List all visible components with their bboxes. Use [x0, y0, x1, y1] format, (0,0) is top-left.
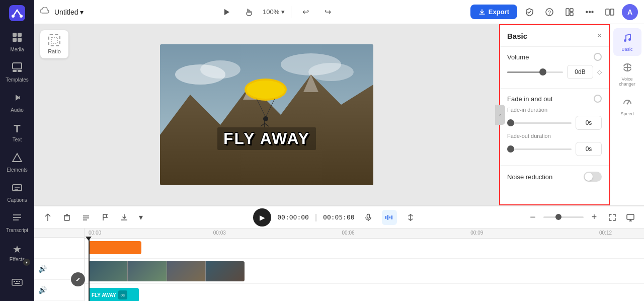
sidebar-item-effects[interactable]: ★ Effects ▾ [3, 239, 31, 267]
svg-rect-28 [610, 9, 614, 15]
project-name[interactable]: Untitled ▾ [54, 8, 84, 16]
canvas-panel: Ratio ‹ [34, 24, 499, 205]
fullscreen-button[interactable] [605, 210, 620, 225]
delete-button[interactable] [59, 210, 74, 225]
mic-button[interactable] [361, 210, 376, 225]
playhead-head [86, 237, 92, 241]
svg-rect-19 [16, 281, 18, 282]
layout-button[interactable] [561, 4, 578, 20]
split-view-button[interactable] [602, 4, 618, 20]
clip-text[interactable]: FLY AWAY 0s [89, 288, 139, 301]
clip-orange[interactable] [89, 241, 141, 254]
video-overlay-svg [160, 44, 373, 185]
panel-close-button[interactable]: × [597, 31, 602, 40]
ratio-button[interactable]: Ratio [40, 30, 68, 58]
audio-volume-icon-2[interactable]: 🔊 [38, 286, 47, 294]
tool-basic[interactable]: Basic [613, 28, 641, 56]
keyframe-diamond-icon[interactable]: ◇ [597, 68, 602, 76]
playhead[interactable] [89, 239, 90, 301]
tool-speed[interactable]: Speed [613, 93, 641, 120]
present-button[interactable] [623, 210, 638, 225]
download-button[interactable] [117, 210, 132, 225]
sidebar-item-transcript[interactable]: Transcript [3, 209, 31, 237]
noise-toggle-switch[interactable] [584, 172, 602, 182]
ratio-icon [48, 34, 60, 46]
volume-toggle[interactable] [594, 53, 602, 61]
svg-rect-9 [18, 70, 22, 72]
svg-rect-68 [391, 215, 392, 219]
zoom-thumb[interactable] [555, 214, 561, 220]
text-icon: T [14, 122, 20, 135]
fade-out-slider-row: 0s [507, 142, 602, 156]
fade-toggle[interactable] [594, 95, 602, 103]
help-button[interactable]: ? [541, 4, 557, 20]
svg-rect-4 [18, 33, 22, 37]
ruler-mark-1: 00:03 [213, 230, 226, 236]
music-note-icon [622, 32, 633, 46]
templates-icon [12, 62, 23, 76]
sidebar-item-captions[interactable]: Captions [3, 179, 31, 207]
ratio-label: Ratio [48, 48, 61, 54]
transcript-icon [12, 212, 23, 226]
zoom-chevron-icon: ▾ [281, 8, 285, 16]
sidebar-item-templates[interactable]: Templates [3, 58, 31, 87]
zoom-control[interactable]: 100% ▾ [263, 8, 285, 16]
undo-button[interactable]: ↩ [297, 4, 313, 20]
sidebar-item-audio[interactable]: Audio [3, 88, 31, 116]
svg-rect-70 [627, 214, 634, 219]
track-row-text: FLY AWAY 0s [85, 284, 644, 301]
tool-voice-label: Voicechanger [619, 77, 635, 87]
fade-out-slider-track[interactable] [507, 148, 572, 150]
svg-rect-25 [570, 9, 573, 12]
svg-rect-18 [14, 281, 15, 282]
play-button[interactable]: ▶ [253, 208, 271, 227]
sidebar-item-label: Transcript [6, 228, 28, 233]
more-options-button[interactable]: ••• [582, 4, 598, 20]
volume-value-box: 0dB [567, 65, 593, 79]
time-ruler: 00:00 00:03 00:06 00:09 00:12 [85, 229, 644, 239]
media-icon [12, 32, 23, 45]
hand-tool-button[interactable] [240, 4, 257, 20]
edit-overlay[interactable] [71, 272, 85, 286]
track-control-row-1 [34, 238, 84, 259]
collapse-handle[interactable]: ‹ [495, 105, 505, 125]
clip-video[interactable] [89, 261, 245, 281]
fade-in-slider-track[interactable] [507, 122, 572, 124]
topbar-left: Untitled ▾ [40, 7, 84, 17]
audio-volume-icon[interactable]: 🔊 [38, 265, 47, 273]
left-sidebar: Media Templates Audio T Text [0, 0, 34, 301]
chevron-down-icon: ▾ [80, 8, 84, 16]
sound-wave-button[interactable] [382, 210, 397, 225]
list-button[interactable] [78, 210, 94, 225]
zoom-in-button[interactable]: + [587, 210, 602, 225]
dropdown-button[interactable]: ▾ [136, 210, 146, 225]
speed-icon [622, 97, 633, 110]
zoom-out-button[interactable]: − [525, 210, 540, 225]
svg-point-1 [12, 15, 15, 18]
volume-slider-row: 0dB ◇ [507, 65, 602, 79]
timeline-playback-controls: ▶ 00:00:00 | 00:05:00 [150, 208, 521, 227]
sidebar-item-keyboard[interactable] [3, 269, 31, 297]
sidebar-item-elements[interactable]: Elements [3, 148, 31, 177]
split-audio-button[interactable] [403, 210, 418, 225]
sidebar-item-media[interactable]: Media [3, 28, 31, 56]
shield-icon-btn[interactable] [521, 4, 537, 20]
tool-voice-changer[interactable]: Voicechanger [613, 58, 641, 91]
flag-button[interactable] [98, 210, 113, 225]
ruler-mark-4: 00:12 [599, 230, 612, 236]
zoom-track[interactable] [543, 216, 584, 218]
svg-marker-10 [13, 154, 22, 162]
redo-button[interactable]: ↪ [319, 4, 336, 20]
track-split-button[interactable] [40, 210, 55, 225]
sidebar-item-label: Elements [7, 167, 28, 173]
svg-point-47 [628, 38, 631, 41]
sidebar-item-text[interactable]: T Text [3, 118, 31, 146]
play-mode-button[interactable] [218, 4, 234, 20]
volume-slider-track[interactable] [507, 71, 563, 73]
svg-rect-26 [570, 13, 573, 16]
ruler-mark-0: 00:00 [89, 230, 101, 236]
fade-in-slider-row: 0s [507, 116, 602, 130]
sidebar-item-label: Audio [11, 107, 24, 113]
export-button[interactable]: Export [470, 5, 517, 19]
track-row-video [85, 259, 644, 284]
